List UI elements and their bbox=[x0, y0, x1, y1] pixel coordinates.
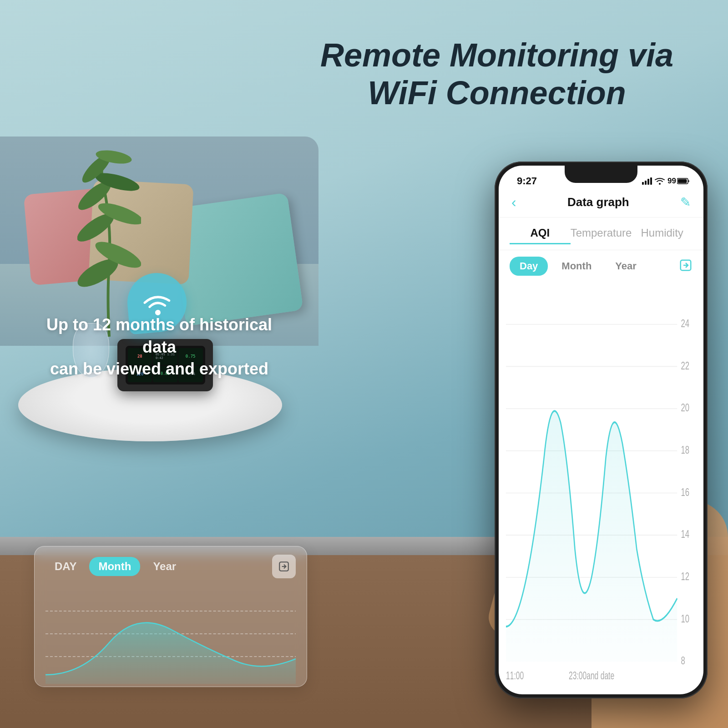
mini-tab-day[interactable]: DAY bbox=[46, 557, 86, 576]
battery-icon: 99 bbox=[667, 177, 690, 186]
tab-temperature[interactable]: Temperature bbox=[571, 223, 632, 244]
mini-chart-card: DAY Month Year bbox=[34, 546, 307, 687]
svg-rect-13 bbox=[642, 182, 644, 185]
mini-export-button[interactable] bbox=[272, 555, 296, 578]
svg-text:22: 22 bbox=[681, 359, 690, 371]
svg-text:12: 12 bbox=[681, 570, 690, 582]
period-tab-day[interactable]: Day bbox=[510, 257, 548, 276]
svg-point-17 bbox=[659, 183, 661, 185]
mini-tab-month[interactable]: Month bbox=[89, 557, 140, 576]
status-icons: 99 bbox=[642, 177, 690, 186]
phone-notch bbox=[565, 166, 637, 183]
export-button[interactable] bbox=[679, 258, 693, 274]
status-time: 9:27 bbox=[512, 175, 537, 187]
mini-chart-svg bbox=[46, 584, 296, 684]
battery-shape bbox=[677, 178, 690, 184]
back-button[interactable]: ‹ bbox=[511, 194, 516, 211]
phone-screen: 9:27 bbox=[499, 166, 703, 694]
svg-rect-16 bbox=[650, 177, 652, 185]
phone-body: 9:27 bbox=[495, 162, 708, 698]
svg-rect-15 bbox=[647, 179, 649, 185]
svg-text:18: 18 bbox=[681, 444, 690, 456]
svg-text:8: 8 bbox=[681, 654, 685, 667]
tab-humidity[interactable]: Humidity bbox=[632, 223, 693, 244]
chart-area: 24 22 20 18 16 14 12 10 8 11:00 23:00and… bbox=[499, 282, 703, 694]
phone: 9:27 bbox=[495, 162, 708, 698]
app-title: Data graph bbox=[567, 195, 629, 209]
svg-text:20: 20 bbox=[681, 401, 690, 414]
signal-icon bbox=[642, 177, 652, 185]
app-header: ‹ Data graph ✎ bbox=[499, 191, 703, 217]
main-title: Remote Monitoring via WiFi Connection bbox=[320, 36, 673, 112]
main-chart-svg: 24 22 20 18 16 14 12 10 8 11:00 23:00and… bbox=[506, 282, 696, 690]
svg-text:14: 14 bbox=[681, 528, 690, 540]
svg-text:23:00and date: 23:00and date bbox=[569, 670, 614, 682]
svg-text:10: 10 bbox=[681, 612, 690, 624]
period-tab-year[interactable]: Year bbox=[605, 257, 647, 276]
svg-rect-19 bbox=[678, 179, 687, 183]
wifi-icon bbox=[140, 288, 174, 318]
metric-tab-bar: AQI Temperature Humidity bbox=[499, 217, 703, 250]
period-tab-month[interactable]: Month bbox=[551, 257, 602, 276]
svg-text:24: 24 bbox=[681, 317, 690, 329]
svg-text:16: 16 bbox=[681, 485, 690, 498]
period-tab-bar: Day Month Year bbox=[499, 250, 703, 282]
wifi-status-icon bbox=[655, 177, 665, 185]
tab-aqi[interactable]: AQI bbox=[510, 223, 571, 244]
edit-button[interactable]: ✎ bbox=[680, 195, 691, 210]
feature-text: Up to 12 months of historical data can b… bbox=[46, 314, 273, 380]
svg-rect-14 bbox=[645, 181, 647, 185]
mini-tab-year[interactable]: Year bbox=[144, 557, 185, 576]
svg-text:11:00: 11:00 bbox=[506, 670, 524, 682]
